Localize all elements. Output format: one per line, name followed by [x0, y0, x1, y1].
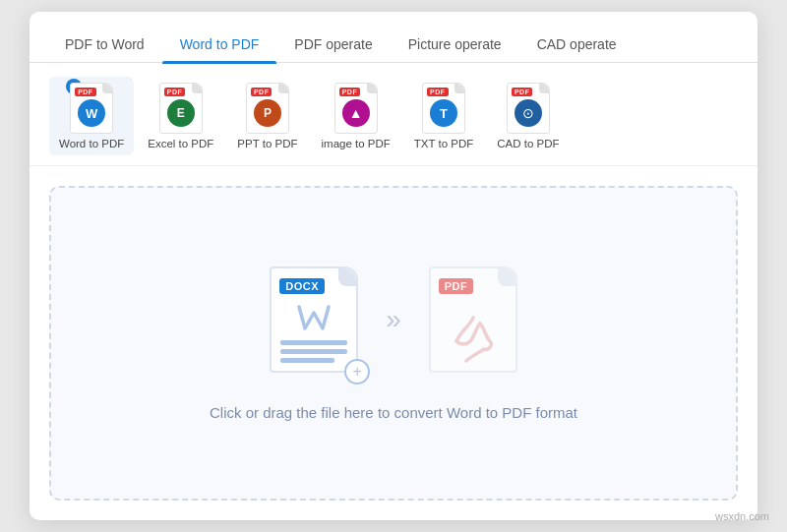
tool-cad-to-pdf-label: CAD to PDF — [497, 138, 559, 149]
tab-pdf-to-word[interactable]: PDF to Word — [47, 25, 162, 62]
tool-ppt-to-pdf[interactable]: PDF P PPT to PDF — [227, 77, 307, 155]
word-to-pdf-icon: ✓ PDF W — [70, 83, 113, 134]
drop-zone[interactable]: DOCX + » — [49, 186, 738, 501]
tab-word-to-pdf[interactable]: Word to PDF — [162, 25, 277, 62]
excel-to-pdf-icon: PDF E — [159, 83, 203, 134]
pdf-badge: PDF — [439, 278, 474, 294]
pdf-file-icon: PDF — [429, 266, 517, 373]
tool-word-to-pdf-label: Word to PDF — [59, 138, 124, 149]
image-to-pdf-icon: PDF ▲ — [334, 83, 378, 134]
add-file-button[interactable]: + — [344, 359, 370, 384]
tool-image-to-pdf[interactable]: PDF ▲ image to PDF — [312, 77, 400, 155]
drop-illustration: DOCX + » — [270, 266, 517, 373]
tool-excel-to-pdf-label: Excel to PDF — [148, 138, 213, 149]
docx-file-icon: DOCX + — [270, 266, 358, 373]
ppt-to-pdf-icon: PDF P — [246, 83, 289, 134]
tool-ppt-to-pdf-label: PPT to PDF — [237, 138, 297, 149]
tab-pdf-operate[interactable]: PDF operate — [276, 25, 390, 62]
convert-arrow-icon: » — [386, 306, 401, 333]
tool-txt-to-pdf-label: TXT to PDF — [414, 138, 474, 149]
watermark: wsxdn.com — [715, 510, 769, 522]
txt-to-pdf-icon: PDF T — [422, 83, 465, 134]
tab-picture-operate[interactable]: Picture operate — [391, 25, 519, 62]
tool-excel-to-pdf[interactable]: PDF E Excel to PDF — [138, 77, 223, 155]
tool-cad-to-pdf[interactable]: PDF ⊙ CAD to PDF — [487, 77, 569, 155]
toolbar: ✓ PDF W Word to PDF PDF E Excel to PDF — [30, 63, 757, 166]
tool-word-to-pdf[interactable]: ✓ PDF W Word to PDF — [49, 77, 134, 155]
drop-instruction: Click or drag the file here to convert W… — [210, 404, 577, 421]
docx-badge: DOCX — [279, 278, 325, 294]
docx-lines — [280, 313, 347, 363]
tool-image-to-pdf-label: image to PDF — [322, 138, 391, 149]
tab-bar: PDF to Word Word to PDF PDF operate Pict… — [30, 12, 757, 63]
tool-txt-to-pdf[interactable]: PDF T TXT to PDF — [404, 77, 484, 155]
app-window: PDF to Word Word to PDF PDF operate Pict… — [30, 12, 757, 520]
cad-to-pdf-icon: PDF ⊙ — [507, 83, 550, 134]
tab-cad-operate[interactable]: CAD operate — [519, 25, 635, 62]
